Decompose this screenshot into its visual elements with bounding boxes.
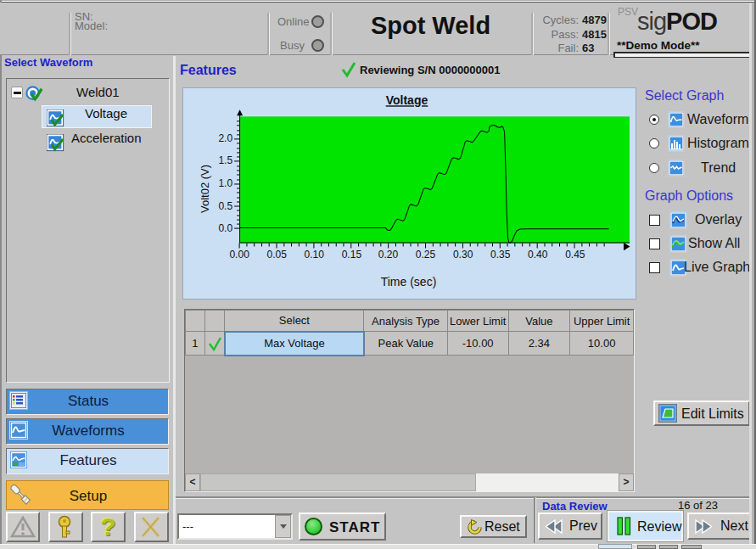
svg-text:Volt02 (V): Volt02 (V) xyxy=(199,165,211,213)
svg-text:2.0: 2.0 xyxy=(218,132,232,144)
svg-text:0.30: 0.30 xyxy=(453,249,473,260)
svg-text:0.15: 0.15 xyxy=(342,249,362,260)
svg-text:0.0: 0.0 xyxy=(218,222,232,234)
svg-text:0.10: 0.10 xyxy=(305,249,325,260)
svg-text:1.0: 1.0 xyxy=(218,177,232,189)
svg-text:0.05: 0.05 xyxy=(267,249,288,260)
svg-text:Voltage: Voltage xyxy=(386,93,428,107)
svg-text:Time (sec): Time (sec) xyxy=(381,275,437,289)
svg-text:0.40: 0.40 xyxy=(528,249,548,260)
svg-text:1.5: 1.5 xyxy=(218,154,232,166)
svg-text:0.00: 0.00 xyxy=(229,249,249,260)
svg-text:0.25: 0.25 xyxy=(416,249,436,260)
svg-text:0.35: 0.35 xyxy=(490,249,511,260)
svg-text:0.45: 0.45 xyxy=(565,249,585,260)
svg-text:0.5: 0.5 xyxy=(218,200,232,212)
svg-text:0.20: 0.20 xyxy=(378,249,399,260)
